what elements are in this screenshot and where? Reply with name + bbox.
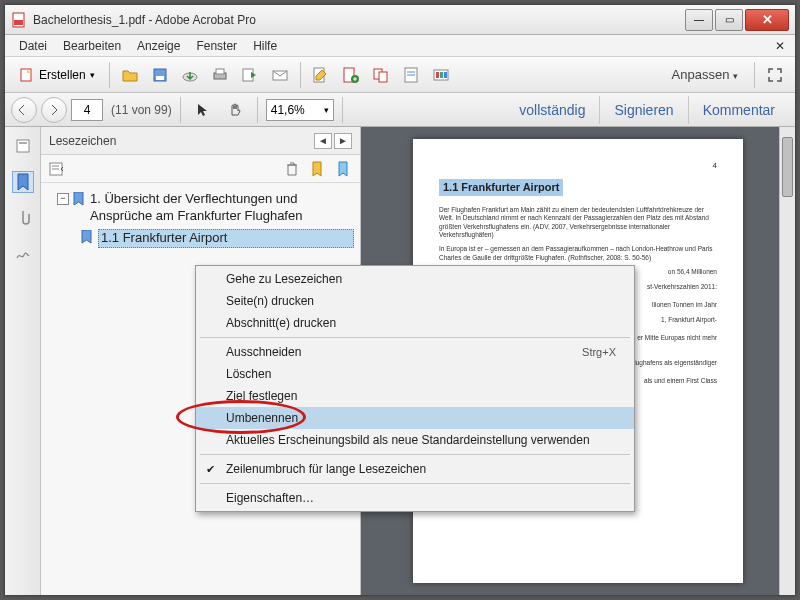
- mail-icon[interactable]: [266, 61, 294, 89]
- page-number-input[interactable]: [71, 99, 103, 121]
- ctx-print-pages[interactable]: Seite(n) drucken: [196, 290, 634, 312]
- pdf-file-icon: [11, 12, 27, 28]
- svg-rect-14: [379, 72, 387, 82]
- combine-icon[interactable]: [367, 61, 395, 89]
- menu-file[interactable]: Datei: [11, 37, 55, 55]
- svg-rect-7: [216, 69, 224, 74]
- toolbar-nav: (11 von 99) 41,6%▾ vollständig Signieren…: [5, 93, 795, 127]
- svg-rect-4: [156, 76, 164, 80]
- bookmark-label: 1.1 Frankfurter Airport: [98, 229, 354, 248]
- export-icon[interactable]: [337, 61, 365, 89]
- page-total-label: (11 von 99): [111, 103, 172, 117]
- toolbar-main: Erstellen ▾ Anpassen ▾: [5, 57, 795, 93]
- bookmark-label: 1. Übersicht der Verflechtungen und Ansp…: [90, 191, 354, 225]
- svg-rect-20: [440, 72, 443, 78]
- page-number-label: 4: [439, 161, 717, 171]
- ctx-goto-bookmark[interactable]: Gehe zu Lesezeichen: [196, 268, 634, 290]
- delete-bookmark-icon[interactable]: [282, 159, 302, 179]
- checkmark-icon: ✔: [206, 463, 215, 476]
- thumbnails-icon[interactable]: [12, 135, 34, 157]
- doc-paragraph: In Europa ist er – gemessen an dem Passa…: [439, 245, 717, 262]
- bookmarks-title: Lesezeichen: [49, 134, 116, 148]
- tools-link[interactable]: vollständig: [505, 96, 599, 124]
- bookmarks-toolbar: [41, 155, 360, 183]
- window-title: Bachelorthesis_1.pdf - Adobe Acrobat Pro: [33, 13, 683, 27]
- doc-close-icon[interactable]: ✕: [771, 39, 789, 53]
- scrollbar-thumb[interactable]: [782, 137, 793, 197]
- maximize-button[interactable]: ▭: [715, 9, 743, 31]
- svg-rect-1: [14, 20, 23, 25]
- bookmark-options-icon[interactable]: [47, 159, 67, 179]
- open-icon[interactable]: [116, 61, 144, 89]
- bookmarks-next-icon[interactable]: ►: [334, 133, 352, 149]
- comment-link[interactable]: Kommentar: [688, 96, 789, 124]
- form-icon[interactable]: [397, 61, 425, 89]
- new-bookmark-icon[interactable]: [308, 159, 328, 179]
- ctx-set-target[interactable]: Ziel festlegen: [196, 385, 634, 407]
- ctx-print-section[interactable]: Abschnitt(e) drucken: [196, 312, 634, 334]
- ctx-properties[interactable]: Eigenschaften…: [196, 487, 634, 509]
- ctx-cut[interactable]: AusschneidenStrg+X: [196, 341, 634, 363]
- titlebar: Bachelorthesis_1.pdf - Adobe Acrobat Pro…: [5, 5, 795, 35]
- context-menu: Gehe zu Lesezeichen Seite(n) drucken Abs…: [195, 265, 635, 512]
- svg-rect-2: [21, 69, 31, 81]
- bookmark-icon: [81, 230, 95, 244]
- print-icon[interactable]: [206, 61, 234, 89]
- share-icon[interactable]: [236, 61, 264, 89]
- menu-edit[interactable]: Bearbeiten: [55, 37, 129, 55]
- create-button[interactable]: Erstellen ▾: [11, 61, 103, 89]
- create-label: Erstellen: [39, 68, 86, 82]
- edit-text-icon[interactable]: [307, 61, 335, 89]
- multimedia-icon[interactable]: [427, 61, 455, 89]
- cloud-icon[interactable]: [176, 61, 204, 89]
- bookmarks-prev-icon[interactable]: ◄: [314, 133, 332, 149]
- hand-tool-icon[interactable]: [221, 96, 249, 124]
- customize-button[interactable]: Anpassen ▾: [662, 67, 748, 82]
- svg-rect-23: [19, 142, 27, 144]
- minimize-button[interactable]: —: [685, 9, 713, 31]
- fullscreen-icon[interactable]: [761, 61, 789, 89]
- bookmark-item-selected[interactable]: 1.1 Frankfurter Airport: [79, 227, 356, 250]
- close-button[interactable]: ✕: [745, 9, 789, 31]
- ctx-delete[interactable]: Löschen: [196, 363, 634, 385]
- save-icon[interactable]: [146, 61, 174, 89]
- ctx-wrap[interactable]: ✔Zeilenumbruch für lange Lesezeichen: [196, 458, 634, 480]
- new-bookmark-from-struct-icon[interactable]: [334, 159, 354, 179]
- select-tool-icon[interactable]: [189, 96, 217, 124]
- svg-rect-19: [436, 72, 439, 78]
- svg-rect-21: [444, 72, 447, 78]
- prev-page-button[interactable]: [11, 97, 37, 123]
- bookmark-item[interactable]: − 1. Übersicht der Verflechtungen und An…: [55, 189, 356, 227]
- bookmark-icon: [73, 192, 87, 206]
- menu-window[interactable]: Fenster: [188, 37, 245, 55]
- svg-rect-22: [17, 140, 29, 152]
- menu-help[interactable]: Hilfe: [245, 37, 285, 55]
- collapse-icon[interactable]: −: [57, 193, 69, 205]
- menu-view[interactable]: Anzeige: [129, 37, 188, 55]
- side-strip: [5, 127, 41, 595]
- sign-link[interactable]: Signieren: [599, 96, 687, 124]
- attachments-icon[interactable]: [12, 207, 34, 229]
- zoom-dropdown[interactable]: 41,6%▾: [266, 99, 334, 121]
- doc-heading: 1.1 Frankfurter Airport: [439, 179, 563, 195]
- menubar: Datei Bearbeiten Anzeige Fenster Hilfe ✕: [5, 35, 795, 57]
- bookmarks-header: Lesezeichen ◄ ►: [41, 127, 360, 155]
- ctx-rename[interactable]: Umbenennen: [196, 407, 634, 429]
- signatures-icon[interactable]: [12, 243, 34, 265]
- bookmarks-icon[interactable]: [12, 171, 34, 193]
- ctx-set-default[interactable]: Aktuelles Erscheinungsbild als neue Stan…: [196, 429, 634, 451]
- doc-paragraph: Der Flughafen Frankfurt am Main zählt zu…: [439, 206, 717, 240]
- vertical-scrollbar[interactable]: [779, 127, 795, 595]
- next-page-button[interactable]: [41, 97, 67, 123]
